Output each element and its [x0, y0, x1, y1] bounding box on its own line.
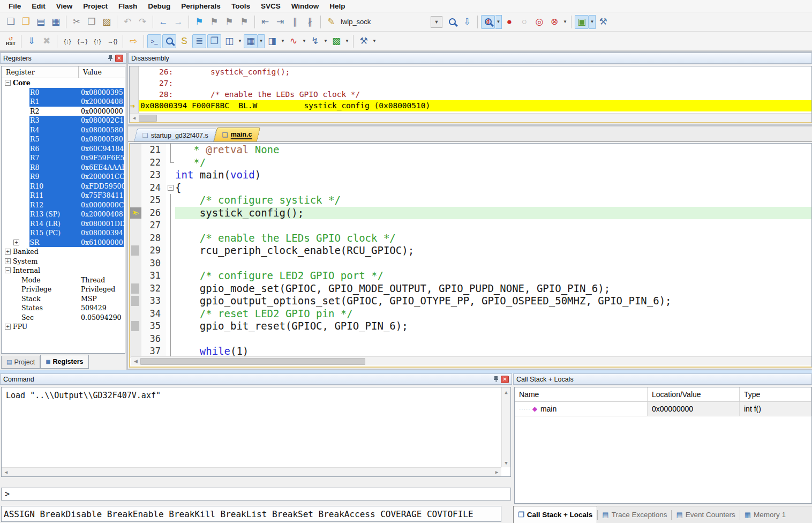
target-select-combo[interactable]: lwip_sock▼ — [341, 16, 442, 28]
tree-expander-icon[interactable]: + — [13, 240, 19, 245]
edit-target-options-button[interactable]: ✎ — [324, 15, 338, 29]
trace-window-button[interactable]: ↯ — [308, 34, 322, 48]
uncomment-button[interactable]: ∦ — [303, 15, 317, 29]
menu-svcs[interactable]: SVCS — [255, 1, 286, 12]
close-icon[interactable]: ✕ — [501, 376, 509, 383]
editor-margin[interactable] — [130, 333, 141, 346]
step-out-button[interactable]: {↑} — [91, 34, 104, 48]
register-row[interactable]: R120x0000000C — [2, 200, 125, 210]
horizontal-splitter[interactable] — [0, 370, 812, 373]
scroll-right-icon[interactable]: ▶ — [492, 468, 501, 477]
code-line-24[interactable]: 24−{ — [130, 182, 811, 195]
kill-all-breakpoints-button[interactable]: ⊗ — [547, 15, 561, 29]
register-row[interactable]: R60x60C94184 — [2, 144, 125, 154]
tree-expander-icon[interactable]: + — [5, 249, 11, 255]
window-layout-button[interactable]: ▣ — [575, 15, 589, 29]
code-line-35[interactable]: 35 gpio_bit_reset(GPIOC, GPIO_PIN_6); — [130, 320, 811, 333]
registers-tree[interactable]: Register Value −CoreR00x08000395R10x2000… — [1, 66, 125, 354]
register-row[interactable]: +FPU — [2, 322, 125, 332]
command-output[interactable]: Load "..\\Output\\GD32F407V.axf" ▲ ▼ ◀ ▶ — [1, 387, 511, 477]
tab-call-stack-locals[interactable]: ❐Call Stack + Locals — [513, 506, 597, 523]
pin-icon[interactable] — [108, 55, 113, 62]
register-row[interactable]: −Internal — [2, 266, 125, 275]
disassembly-view[interactable]: 26: systick_config(); 27: 28: /* enable … — [129, 66, 812, 123]
editor-margin[interactable] — [130, 194, 141, 207]
disassembly-line[interactable]: ⇒0x08000394 F000F8BC BL.W systick_config… — [130, 100, 811, 111]
chevron-down-icon[interactable]: ▼ — [562, 15, 568, 29]
save-button[interactable]: ▤ — [34, 15, 48, 29]
menu-edit[interactable]: Edit — [26, 1, 51, 12]
editor-margin[interactable] — [130, 345, 141, 358]
register-row[interactable]: −Core — [2, 78, 125, 88]
chevron-down-icon[interactable]: ▼ — [322, 34, 329, 48]
editor-margin[interactable]: ➤▷ — [130, 207, 141, 220]
tab-trace-exceptions[interactable]: ▤Trace Exceptions — [598, 508, 671, 521]
registers-window-button[interactable]: ≣ — [192, 34, 206, 48]
menu-help[interactable]: Help — [324, 1, 350, 12]
find-button[interactable]: ⇩ — [460, 15, 474, 29]
save-all-button[interactable]: ▦ — [49, 15, 63, 29]
code-line-23[interactable]: 23int main(void) — [130, 169, 811, 182]
tab-registers[interactable]: ≣Registers — [40, 355, 88, 369]
undo-button[interactable]: ↶ — [121, 15, 134, 29]
editor-margin[interactable] — [130, 244, 141, 257]
menu-tools[interactable]: Tools — [226, 1, 255, 12]
scrollbar-thumb[interactable] — [139, 115, 157, 122]
chevron-down-icon[interactable]: ▼ — [371, 34, 378, 48]
editor-margin[interactable] — [130, 295, 141, 308]
menu-project[interactable]: Project — [78, 1, 113, 12]
navigate-forward-button[interactable]: → — [171, 15, 185, 29]
find-in-files-button[interactable] — [445, 15, 459, 29]
insert-breakpoint-button[interactable]: ● — [502, 15, 516, 29]
new-file-button[interactable]: ❏ — [4, 15, 18, 29]
register-row[interactable]: +Banked — [2, 247, 125, 257]
command-hscrollbar[interactable]: ◀ ▶ — [2, 467, 501, 476]
menu-window[interactable]: Window — [286, 1, 325, 12]
comment-button[interactable]: ∥ — [288, 15, 302, 29]
code-line-25[interactable]: 25 /* configure systick */ — [130, 194, 811, 207]
menu-debug[interactable]: Debug — [142, 1, 176, 12]
chevron-down-icon[interactable]: ▼ — [280, 34, 286, 48]
register-row[interactable]: Sec0.05094290 — [2, 313, 125, 323]
register-row[interactable]: R110x75F38411 — [2, 191, 125, 200]
paste-button[interactable]: ▨ — [100, 15, 114, 29]
code-line-33[interactable]: 33 gpio_output_options_set(GPIOC, GPIO_O… — [130, 295, 811, 308]
register-row[interactable]: ModeThread — [2, 275, 125, 285]
run-button[interactable]: ⇓ — [25, 34, 39, 48]
editor-margin[interactable] — [130, 169, 141, 182]
register-row[interactable]: +System — [2, 257, 125, 266]
menu-view[interactable]: View — [51, 1, 78, 12]
register-row[interactable]: R40x08000580 — [2, 125, 125, 135]
code-line-26[interactable]: ➤▷26 systick_config(); — [130, 207, 811, 220]
chevron-down-icon[interactable]: ▼ — [495, 15, 502, 29]
chevron-down-icon[interactable]: ▼ — [589, 15, 596, 29]
scroll-left-icon[interactable]: ◀ — [2, 468, 11, 477]
indent-left-button[interactable]: ⇤ — [258, 15, 272, 29]
bookmark-toggle-button[interactable]: ⚑ — [192, 15, 206, 29]
code-line-21[interactable]: 21 * @retval None — [130, 144, 811, 156]
disassembly-window-button[interactable] — [162, 34, 176, 48]
command-window-button[interactable]: >_ — [147, 34, 161, 48]
callstack-row[interactable]: ·····◆main0x00000000int f() — [515, 402, 811, 416]
tab-event-counters[interactable]: ▤Event Counters — [672, 508, 739, 521]
bookmark-clear-button[interactable]: ⚑ — [237, 15, 251, 29]
tree-expander-icon[interactable]: + — [5, 324, 11, 330]
register-row[interactable]: R14 (LR)0x080001DD — [2, 219, 125, 229]
memory-window-button[interactable]: ▦ — [244, 34, 258, 48]
system-viewer-button[interactable]: ▩ — [329, 34, 343, 48]
show-next-statement-button[interactable]: ⇨ — [126, 34, 140, 48]
bookmark-next-button[interactable]: ⚑ — [222, 15, 236, 29]
scroll-left-icon[interactable]: ◀ — [131, 357, 140, 366]
configure-tools-button[interactable]: ⚒ — [596, 15, 610, 29]
scroll-up-icon[interactable]: ▲ — [502, 387, 511, 397]
tree-expander-icon[interactable]: − — [5, 267, 11, 273]
chevron-down-icon[interactable]: ▼ — [431, 16, 442, 28]
tree-expander-icon[interactable]: + — [5, 258, 11, 264]
editor-margin[interactable] — [130, 182, 141, 195]
step-into-button[interactable]: {↓} — [61, 34, 74, 48]
enable-disable-breakpoint-button[interactable]: ○ — [517, 15, 531, 29]
editor-margin[interactable] — [130, 219, 141, 232]
disable-all-breakpoints-button[interactable]: ◎ — [532, 15, 546, 29]
editor-margin[interactable] — [130, 282, 141, 295]
code-line-32[interactable]: 32 gpio_mode_set(GPIOC, GPIO_MODE_OUTPUT… — [130, 282, 811, 295]
